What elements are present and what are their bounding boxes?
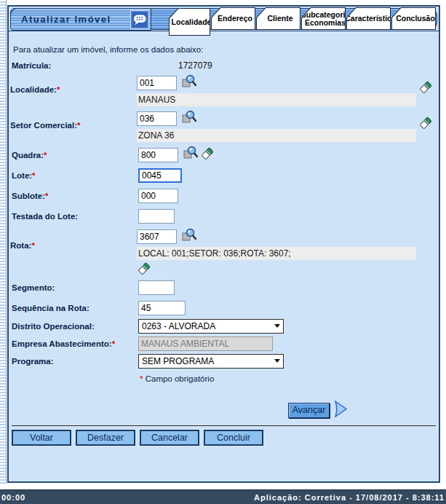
programa-select[interactable]: SEM PROGRAMA (138, 354, 284, 369)
required-asterisk: * (32, 171, 35, 180)
localidade-erase-icon[interactable] (418, 80, 433, 106)
status-timer: 00:00 (1, 493, 25, 502)
setor-code-input[interactable] (137, 111, 177, 126)
tab-endereco[interactable]: Endereço (211, 7, 255, 30)
rota-code-input[interactable] (137, 229, 177, 244)
distrito-select[interactable]: 0263 - ALVORADA (138, 319, 284, 334)
distrito-label: Distrito Operacional: (12, 322, 138, 331)
tab-conclusao[interactable]: Conclusão (391, 7, 436, 30)
window-header: Atualizar Imóvel Localidade (9, 7, 439, 36)
cancelar-button[interactable]: Cancelar (140, 430, 199, 446)
matricula-label: Matrícula: (12, 61, 138, 70)
sublote-row: Sublote:* (12, 187, 439, 205)
quadra-row: Quadra:* (12, 146, 439, 164)
setor-group: Setor Comercial:* (10, 110, 439, 142)
desfazer-button[interactable]: Desfazer (76, 430, 135, 446)
button-bar: Voltar Desfazer Cancelar Concluir (12, 430, 436, 446)
localidade-code-input[interactable] (137, 76, 177, 90)
localidade-group: Localidade:* (10, 74, 439, 106)
rota-desc-display: LOCAL: 001;SETOR: 036;ROTA: 3607; (137, 247, 416, 260)
atualizar-imovel-window: Atualizar Imóvel Localidade (7, 5, 440, 483)
required-asterisk: * (45, 192, 48, 200)
setor-erase-icon[interactable] (418, 116, 433, 142)
sublote-input[interactable] (138, 189, 178, 203)
application-page: Atualizar Imóvel Localidade (0, 0, 446, 504)
setor-label: Setor Comercial:* (10, 110, 137, 142)
segmento-input[interactable] (138, 280, 175, 295)
distrito-row: Distrito Operacional: 0263 - ALVORADA (12, 318, 439, 334)
wizard-tabs: Localidade Endereço Cliente Subcategoria… (169, 7, 437, 36)
help-bubble-icon[interactable] (130, 10, 149, 29)
required-asterisk: * (77, 121, 80, 130)
localidade-name-display: MANAUS (137, 93, 416, 106)
quadra-input[interactable] (138, 148, 178, 162)
next-arrow-icon[interactable] (334, 401, 348, 420)
quadra-label: Quadra:* (12, 151, 138, 160)
setor-search-icon[interactable] (182, 110, 197, 128)
testada-row: Testada do Lote: (12, 208, 439, 225)
rota-group: Rota:* LOCAL: (10, 228, 439, 276)
required-asterisk: * (31, 241, 34, 250)
testada-input[interactable] (138, 209, 175, 224)
required-asterisk: * (44, 151, 47, 160)
programa-label: Programa: (12, 357, 138, 366)
tab-caracteristica[interactable]: Característica (346, 7, 391, 30)
advance-row: Avançar (288, 401, 439, 420)
voltar-button[interactable]: Voltar (12, 430, 71, 446)
form-area: Para atualizar um imóvel, informe os dad… (9, 36, 439, 446)
lote-input[interactable] (138, 168, 182, 183)
page-title: Atualizar Imóvel (11, 14, 130, 25)
localidade-label: Localidade:* (10, 74, 137, 106)
setor-name-display: ZONA 36 (137, 129, 416, 142)
programa-row: Programa: SEM PROGRAMA (12, 353, 439, 369)
sequencia-input[interactable] (138, 301, 186, 315)
tab-cliente[interactable]: Cliente (256, 7, 300, 30)
sublote-label: Sublote:* (12, 192, 138, 200)
sequencia-row: Sequência na Rota: (12, 299, 439, 317)
empresa-row: Empresa Abastecimento:* (12, 336, 439, 352)
quadra-search-icon[interactable] (183, 146, 199, 164)
segmento-row: Segmento: (12, 279, 439, 296)
button-divider (12, 425, 436, 426)
matricula-row: Matrícula: 1727079 (12, 60, 439, 71)
intro-text: Para atualizar um imóvel, informe os dad… (13, 45, 439, 54)
tab-localidade[interactable]: Localidade (169, 8, 210, 36)
rota-erase-icon[interactable] (137, 266, 151, 278)
lote-label: Lote:* (12, 171, 138, 180)
concluir-button[interactable]: Concluir (204, 430, 263, 446)
lote-row: Lote:* (12, 167, 439, 184)
testada-label: Testada do Lote: (12, 212, 138, 221)
tab-subcategoria-economias[interactable]: Subcategoria Economias (301, 7, 346, 30)
decorative-left-border (0, 0, 7, 484)
required-field-note: * Campo obrigatório (140, 374, 439, 383)
quadra-erase-icon[interactable] (200, 146, 215, 164)
avancar-button[interactable]: Avançar (288, 403, 330, 418)
title-bar: Atualizar Imóvel (10, 8, 151, 31)
segmento-label: Segmento: (12, 283, 138, 292)
localidade-search-icon[interactable] (182, 74, 197, 92)
status-app-info: Aplicação: Corretiva - 17/08/2017 - 8:38… (254, 493, 445, 502)
required-asterisk: * (57, 85, 60, 94)
sequencia-label: Sequência na Rota: (12, 304, 138, 312)
status-bar: 00:00 Aplicação: Corretiva - 17/08/2017 … (0, 489, 446, 504)
matricula-value: 1727079 (178, 60, 212, 71)
rota-label: Rota:* (10, 228, 137, 276)
required-asterisk: * (112, 339, 115, 348)
empresa-input (138, 336, 273, 351)
empresa-label: Empresa Abastecimento:* (12, 339, 138, 348)
rota-search-icon[interactable] (182, 228, 197, 246)
